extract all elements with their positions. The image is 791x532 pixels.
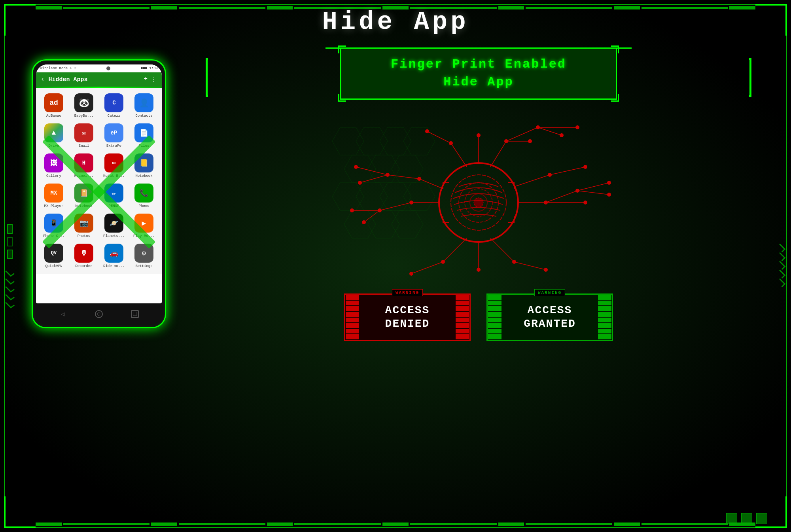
- badge-stripe-left: [487, 295, 503, 340]
- list-item[interactable]: ∞ Kotak B...: [99, 151, 129, 180]
- granted-line1: ACCESS: [524, 304, 576, 317]
- granted-line2: GRANTED: [524, 317, 576, 331]
- app-icon: 🎙: [74, 244, 93, 263]
- app-icon: H: [74, 153, 93, 172]
- list-item[interactable]: 📔 Notebook: [69, 181, 98, 210]
- title-line2: Hide App: [353, 74, 604, 91]
- fingerprint-title-text: Finger Print Enabled Hide App: [353, 56, 604, 91]
- svg-line-38: [546, 191, 577, 203]
- svg-point-43: [607, 181, 611, 185]
- access-granted-badge: WARNING ACCESS GRANTED: [486, 293, 613, 341]
- list-item[interactable]: ✏ PENUP: [99, 181, 129, 210]
- list-item[interactable]: 🐼 BabyBu...: [69, 91, 98, 120]
- svg-point-67: [362, 220, 366, 224]
- svg-point-21: [477, 133, 481, 137]
- list-item[interactable]: 👤 Contacts: [129, 91, 159, 120]
- stripe: [598, 318, 611, 322]
- app-icon: 📒: [134, 153, 153, 172]
- back-nav-icon[interactable]: ◁: [59, 310, 67, 318]
- stripe: [346, 295, 359, 300]
- app-bar-title: Hidden Apps: [49, 76, 140, 83]
- phone-outer: Airplane mode ✈ ➡ ■■■ 1:39 ‹ Hidden Apps…: [32, 59, 166, 328]
- stripe: [456, 334, 469, 339]
- list-item[interactable]: QV QuickVPN: [39, 241, 68, 271]
- list-item[interactable]: 🚗 Ride mo...: [99, 241, 129, 271]
- list-item[interactable]: 📞 Phone: [129, 181, 159, 210]
- app-icon: 📱: [44, 214, 63, 233]
- stripe: [456, 295, 469, 300]
- chevron-icon: [5, 268, 15, 276]
- network-svg: [340, 119, 617, 286]
- list-item[interactable]: ▲ Drive: [39, 121, 68, 150]
- app-icon: 📷: [74, 214, 93, 233]
- app-label: Play Mu...: [133, 234, 155, 238]
- stripe: [456, 306, 469, 311]
- denied-line2: DENIED: [385, 317, 430, 331]
- list-item[interactable]: 📒 Notebook: [129, 151, 159, 180]
- svg-line-44: [577, 191, 609, 195]
- badge-stripe-left: [344, 295, 360, 340]
- app-label: BabyBu...: [74, 114, 94, 118]
- status-left-text: Airplane mode ✈ ➡: [40, 66, 76, 70]
- list-item[interactable]: MX MX Player: [39, 181, 68, 210]
- svg-point-51: [477, 268, 481, 272]
- svg-line-62: [380, 203, 411, 210]
- stripe: [488, 295, 501, 300]
- svg-point-35: [575, 125, 579, 129]
- list-item[interactable]: eP ExtraPe: [99, 121, 129, 150]
- recents-nav-icon[interactable]: □: [131, 310, 139, 318]
- chevron-icon: [5, 292, 15, 300]
- app-label: Phone: [138, 204, 149, 208]
- bottom-bar-seg: [382, 523, 409, 526]
- svg-point-33: [560, 133, 564, 137]
- denied-text: ACCESS DENIED: [385, 304, 430, 330]
- list-item[interactable]: ✉ Email: [69, 121, 98, 150]
- svg-line-22: [451, 143, 467, 167]
- home-nav-icon[interactable]: ○: [95, 310, 103, 318]
- svg-line-56: [490, 238, 514, 262]
- stripe: [488, 306, 501, 311]
- dot-3: [756, 513, 767, 524]
- add-icon[interactable]: +: [144, 76, 148, 83]
- app-label: Files: [138, 144, 149, 148]
- list-item[interactable]: 📄 Files: [129, 121, 159, 150]
- svg-line-24: [427, 131, 451, 143]
- back-icon[interactable]: ‹: [41, 76, 45, 83]
- app-label: ExtraPe: [106, 144, 121, 148]
- stripe: [346, 318, 359, 322]
- bottom-bar-seg: [294, 523, 381, 525]
- stripe: [346, 329, 359, 333]
- menu-icon[interactable]: ⋮: [151, 76, 157, 83]
- stripe: [346, 306, 359, 311]
- bottom-bar-seg: [63, 523, 150, 525]
- app-label: Settings: [135, 264, 152, 268]
- list-item[interactable]: 🖼 Gallery: [39, 151, 68, 180]
- app-icon: ∞: [104, 153, 123, 172]
- deco-rect: [7, 250, 13, 259]
- app-icon: QV: [44, 244, 63, 263]
- list-item[interactable]: C Cakezz: [99, 91, 129, 120]
- list-item[interactable]: ▶ Play Mu...: [129, 211, 159, 240]
- list-item[interactable]: ad AdBanao: [39, 91, 68, 120]
- app-icon: MX: [44, 184, 63, 203]
- phone-mockup: Airplane mode ✈ ➡ ■■■ 1:39 ‹ Hidden Apps…: [24, 44, 174, 510]
- list-item[interactable]: 🎙 Recorder: [69, 241, 98, 271]
- list-item[interactable]: ⚙ Settings: [129, 241, 159, 271]
- warning-label-denied: WARNING: [392, 289, 423, 296]
- app-icon: ⚙: [134, 244, 153, 263]
- svg-line-58: [514, 262, 546, 270]
- fingerprint-title-box: Finger Print Enabled Hide App: [340, 47, 617, 100]
- svg-point-41: [583, 201, 587, 204]
- left-decoration: [6, 224, 14, 308]
- list-item[interactable]: 📷 Photos: [69, 211, 98, 240]
- list-item[interactable]: 🪐 Planets...: [99, 211, 129, 240]
- chevron-right-icon: [777, 261, 786, 270]
- title-corner: [338, 45, 346, 53]
- svg-line-48: [550, 167, 585, 175]
- app-icon: 🖼: [44, 153, 63, 172]
- list-item[interactable]: 📱 Phone C...: [39, 211, 68, 240]
- stripe: [346, 334, 359, 339]
- svg-line-52: [443, 238, 467, 262]
- app-label: MX Player: [44, 204, 64, 208]
- list-item[interactable]: H Huawei...: [69, 151, 98, 180]
